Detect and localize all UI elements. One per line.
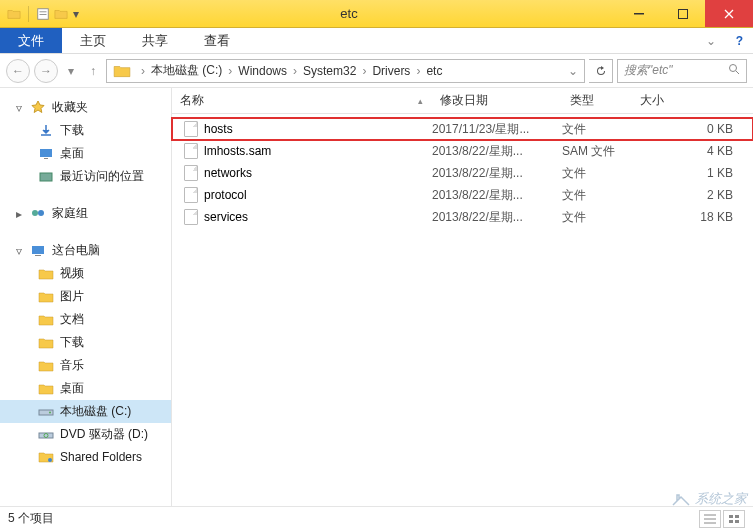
ribbon-tab-view[interactable]: 查看 <box>186 28 248 53</box>
chevron-right-icon[interactable]: › <box>228 64 232 78</box>
window-controls <box>617 0 753 27</box>
tree-item-shared-folders[interactable]: Shared Folders <box>0 446 171 468</box>
tree-item-documents[interactable]: 文档 <box>0 308 171 331</box>
breadcrumb-segment[interactable]: Drivers <box>372 64 410 78</box>
svg-point-9 <box>32 210 38 216</box>
download-icon <box>38 123 54 139</box>
tree-item-dvd-drive[interactable]: DVD 驱动器 (D:) <box>0 423 171 446</box>
properties-icon[interactable] <box>35 6 51 22</box>
homegroup-icon <box>30 206 46 222</box>
column-label: 名称 <box>180 92 204 109</box>
tree-item-downloads[interactable]: 下载 <box>0 331 171 354</box>
ribbon-tab-home[interactable]: 主页 <box>62 28 124 53</box>
folder-icon <box>38 289 54 305</box>
column-headers: 名称 ▴ 修改日期 类型 大小 <box>172 88 753 114</box>
folder-icon <box>38 335 54 351</box>
shared-folder-icon <box>38 449 54 465</box>
collapse-icon[interactable]: ▿ <box>14 246 24 256</box>
file-date: 2013/8/22/星期... <box>432 209 562 226</box>
ribbon-file-tab[interactable]: 文件 <box>0 28 62 53</box>
search-input[interactable]: 搜索"etc" <box>617 59 747 83</box>
navigation-pane[interactable]: ▿ 收藏夹 下载 桌面 最近访问的位置 ▸ 家庭组 <box>0 88 172 506</box>
search-placeholder: 搜索"etc" <box>624 62 724 79</box>
new-folder-icon[interactable] <box>53 6 69 22</box>
help-icon[interactable]: ? <box>726 28 753 53</box>
file-row-hosts[interactable]: hosts 2017/11/23/星期... 文件 0 KB <box>172 118 753 140</box>
view-icons-button[interactable] <box>723 510 745 528</box>
ribbon-tab-share[interactable]: 共享 <box>124 28 186 53</box>
tree-item-downloads[interactable]: 下载 <box>0 119 171 142</box>
nav-recent-dropdown[interactable]: ▾ <box>62 59 80 83</box>
svg-rect-20 <box>729 520 733 523</box>
file-name: services <box>204 210 248 224</box>
column-name[interactable]: 名称 ▴ <box>172 88 432 113</box>
file-list[interactable]: hosts 2017/11/23/星期... 文件 0 KB lmhosts.s… <box>172 114 753 506</box>
chevron-right-icon[interactable]: › <box>293 64 297 78</box>
maximize-button[interactable] <box>661 0 705 27</box>
folder-icon <box>38 312 54 328</box>
file-date: 2013/8/22/星期... <box>432 187 562 204</box>
view-mode-buttons <box>699 510 745 528</box>
file-row[interactable]: lmhosts.sam 2013/8/22/星期... SAM 文件 4 KB <box>172 140 753 162</box>
expand-icon[interactable]: ▸ <box>14 209 24 219</box>
tree-group-thispc: ▿ 这台电脑 视频 图片 文档 下载 音乐 <box>0 239 171 468</box>
tree-item-recent[interactable]: 最近访问的位置 <box>0 165 171 188</box>
chevron-right-icon[interactable]: › <box>416 64 420 78</box>
address-bar[interactable]: › 本地磁盘 (C:) › Windows › System32 › Drive… <box>106 59 585 83</box>
chevron-right-icon[interactable]: › <box>141 64 145 78</box>
tree-head-favorites[interactable]: ▿ 收藏夹 <box>0 96 171 119</box>
svg-rect-1 <box>40 11 47 12</box>
tree-label: 收藏夹 <box>52 99 88 116</box>
tree-label: 桌面 <box>60 380 84 397</box>
breadcrumb-segment[interactable]: System32 <box>303 64 356 78</box>
dropdown-icon[interactable]: ▾ <box>71 6 81 22</box>
nav-back-button[interactable]: ← <box>6 59 30 83</box>
tree-item-videos[interactable]: 视频 <box>0 262 171 285</box>
tree-label: 图片 <box>60 288 84 305</box>
search-icon <box>728 63 740 78</box>
breadcrumb-segment[interactable]: etc <box>426 64 442 78</box>
tree-item-music[interactable]: 音乐 <box>0 354 171 377</box>
file-row[interactable]: services 2013/8/22/星期... 文件 18 KB <box>172 206 753 228</box>
file-size: 0 KB <box>632 122 753 136</box>
tree-label: 本地磁盘 (C:) <box>60 403 131 420</box>
nav-forward-button[interactable]: → <box>34 59 58 83</box>
address-dropdown-icon[interactable]: ⌄ <box>564 64 582 78</box>
tree-group-favorites: ▿ 收藏夹 下载 桌面 最近访问的位置 <box>0 96 171 188</box>
file-icon <box>184 121 198 137</box>
minimize-button[interactable] <box>617 0 661 27</box>
recent-icon <box>38 169 54 185</box>
sort-asc-icon: ▴ <box>418 96 423 106</box>
tree-item-desktop[interactable]: 桌面 <box>0 377 171 400</box>
drive-icon <box>38 404 54 420</box>
file-row[interactable]: networks 2013/8/22/星期... 文件 1 KB <box>172 162 753 184</box>
folder-icon <box>6 6 22 22</box>
tree-item-pictures[interactable]: 图片 <box>0 285 171 308</box>
column-size[interactable]: 大小 <box>632 88 753 113</box>
file-name: hosts <box>204 122 233 136</box>
collapse-icon[interactable]: ▿ <box>14 103 24 113</box>
ribbon-expand-icon[interactable]: ⌄ <box>696 28 726 53</box>
svg-point-5 <box>730 65 737 72</box>
breadcrumb-segment[interactable]: 本地磁盘 (C:) <box>151 62 222 79</box>
file-size: 18 KB <box>632 210 753 224</box>
file-date: 2013/8/22/星期... <box>432 143 562 160</box>
folder-icon <box>38 381 54 397</box>
tree-head-thispc[interactable]: ▿ 这台电脑 <box>0 239 171 262</box>
svg-point-14 <box>49 411 51 413</box>
close-button[interactable] <box>705 0 753 27</box>
view-details-button[interactable] <box>699 510 721 528</box>
file-date: 2013/8/22/星期... <box>432 165 562 182</box>
column-date[interactable]: 修改日期 <box>432 88 562 113</box>
file-name: lmhosts.sam <box>204 144 271 158</box>
column-type[interactable]: 类型 <box>562 88 632 113</box>
tree-item-desktop[interactable]: 桌面 <box>0 142 171 165</box>
refresh-button[interactable] <box>589 59 613 83</box>
file-row[interactable]: protocol 2013/8/22/星期... 文件 2 KB <box>172 184 753 206</box>
tree-head-homegroup[interactable]: ▸ 家庭组 <box>0 202 171 225</box>
nav-up-button[interactable]: ↑ <box>84 59 102 83</box>
column-label: 大小 <box>640 92 664 109</box>
breadcrumb-segment[interactable]: Windows <box>238 64 287 78</box>
tree-item-local-disk-c[interactable]: 本地磁盘 (C:) <box>0 400 171 423</box>
chevron-right-icon[interactable]: › <box>362 64 366 78</box>
